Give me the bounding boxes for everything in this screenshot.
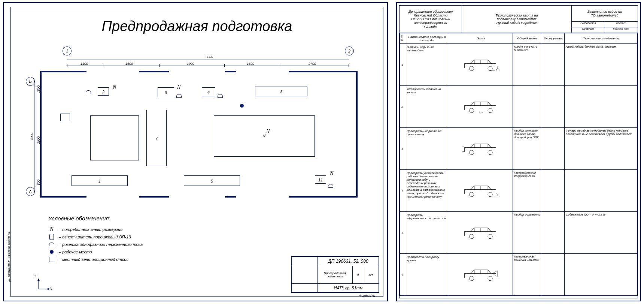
cell-n: 2 <box>400 86 405 128</box>
svg-rect-10 <box>497 69 499 71</box>
drawing-sheet-left: Предпродажная подготовка ДП автомеханик … <box>3 2 388 301</box>
legend-symbol <box>48 257 55 262</box>
drawing-title: Предпродажная подготовка <box>11 18 383 34</box>
legend-title: Условные обозначения: <box>48 215 143 222</box>
dim-line-seg <box>67 66 349 66</box>
cell-n: 4 <box>400 170 405 212</box>
legend-row: – местный вентиляционный отсос <box>48 257 143 262</box>
stamp-school: ИАТК гр. 51тм <box>318 283 379 292</box>
cell-op: Произвести полировку кузова <box>405 254 449 296</box>
block-11: 11 <box>315 175 326 184</box>
legend-symbol <box>48 234 55 240</box>
cell-op: Проверить устойчивость работы двигателя … <box>405 170 449 212</box>
cell-tool <box>542 44 565 86</box>
cell-req: Фонари перед автомобилем дают хорошее ос… <box>565 128 638 170</box>
legend-row: – рабочее место <box>48 249 143 255</box>
cell-sketch <box>449 212 513 254</box>
cell-equip: Прибор Эффект 01 <box>513 212 542 254</box>
cell-equip: Газоанализатор Инфракар 21.01 <box>513 170 542 212</box>
cell-req: Содержание СО = 0,7÷0,3 % <box>565 212 638 254</box>
svg-point-31 <box>469 192 474 196</box>
vent-box <box>60 114 70 121</box>
block-8: 8 <box>255 87 307 96</box>
energy-consumer-icon: N <box>330 171 333 177</box>
dim-seg1: 1100 <box>80 62 88 66</box>
svg-point-47 <box>488 276 492 280</box>
axis-y: Y <box>34 274 36 278</box>
tech-card-sheet: Департамент образования Ивановской Облас… <box>396 2 641 301</box>
cell-op: Проверить направление пучка света <box>405 128 449 170</box>
legend-symbol: N <box>48 227 55 232</box>
svg-point-32 <box>488 192 492 196</box>
floor-plan: 1 2 3 4 5 6 7 8 11 N N N N <box>40 71 358 198</box>
cell-equip: Полировальная машинка 9.84-9667 <box>513 254 542 296</box>
cell-req <box>565 86 638 128</box>
legend-label: – потребитель электроэнергии <box>59 227 122 232</box>
dim-h2: 2000 <box>37 136 40 144</box>
cell-op: Вымыть верх и низ автомобиля <box>405 44 449 86</box>
legend-row: N– потребитель электроэнергии <box>48 227 143 232</box>
block-2: 2 <box>98 87 109 96</box>
table-row: 5Проверить эффективность тормозов Прибор… <box>400 212 638 254</box>
cell-sketch <box>449 170 513 212</box>
cell-sketch <box>449 44 513 86</box>
dim-total-h: 4000 <box>30 133 34 140</box>
svg-point-46 <box>469 276 474 280</box>
dim-line-left <box>34 81 34 192</box>
svg-rect-26 <box>462 146 464 151</box>
axis-x: X <box>50 287 52 291</box>
svg-point-24 <box>469 150 474 154</box>
cell-tool <box>542 170 565 212</box>
cell-equip <box>513 86 542 128</box>
table-row: 2Установить колпаки на колеса <box>400 86 638 128</box>
col-equip: Оборудование <box>513 33 542 44</box>
socket-icon <box>218 94 223 98</box>
dim-seg5: 2700 <box>309 62 316 66</box>
svg-point-8 <box>469 66 474 70</box>
cell-n: 3 <box>400 128 405 170</box>
legend-label: – розетка однофазного переменного тока <box>59 242 143 247</box>
workplace-icon <box>240 104 244 108</box>
card-header: Департамент образования Ивановской Облас… <box>400 6 638 33</box>
col-n: № п/п <box>400 33 405 44</box>
col-sketch: Эскиз <box>449 33 513 44</box>
cell-op: Установить колпаки на колеса <box>405 86 449 128</box>
cell-sketch <box>449 128 513 170</box>
legend: Условные обозначения: N– потребитель эле… <box>48 215 143 264</box>
table-row: 3Проверить направление пучка света Прибо… <box>400 128 638 170</box>
dim-seg4: 1600 <box>247 62 254 66</box>
dim-seg2: 1600 <box>125 62 133 66</box>
energy-consumer-icon: N <box>266 129 270 135</box>
cell-req: Автомобиль должен быть чистым <box>565 44 638 86</box>
col-req: Технические требования <box>565 33 638 44</box>
dim-line-top <box>67 60 349 60</box>
cell-n: 6 <box>400 254 405 296</box>
tech-card-table: № п/п Наименование операции и перехода Э… <box>400 33 638 296</box>
block-5: 5 <box>184 175 240 186</box>
cell-n: 1 <box>400 44 405 86</box>
block-7-body <box>90 115 139 160</box>
side-label: ДП автомеханик – зачетная работа А1 <box>7 232 10 282</box>
cell-tool <box>542 128 565 170</box>
svg-marker-3 <box>37 279 40 281</box>
socket-icon <box>86 90 91 94</box>
cell-n: 5 <box>400 212 405 254</box>
legend-label: – местный вентиляционный отсос <box>59 257 128 262</box>
cell-tool <box>542 254 565 296</box>
legend-row: – розетка однофазного переменного тока <box>48 242 143 247</box>
cell-tool <box>542 212 565 254</box>
block-4: 4 <box>202 87 215 96</box>
title-block: ДП 190631. 52. 000 Предпродажнаяподготов… <box>291 256 379 293</box>
cell-req <box>565 254 638 296</box>
grid-balloon-2: 2 <box>345 46 354 55</box>
table-row: 6Произвести полировку кузова Полировальн… <box>400 254 638 296</box>
svg-point-9 <box>488 66 492 70</box>
grid-balloon-b: Б <box>26 77 35 86</box>
block-3: 3 <box>158 87 174 97</box>
cell-equip: Курске ВМ 143/71 5.1286-320 <box>513 44 542 86</box>
block-1: 1 <box>72 175 128 186</box>
cell-tool <box>542 86 565 128</box>
energy-consumer-icon: N <box>113 84 116 90</box>
svg-point-15 <box>469 108 474 112</box>
legend-label: – огнетушитель порошковый ОП-10 <box>59 235 131 239</box>
